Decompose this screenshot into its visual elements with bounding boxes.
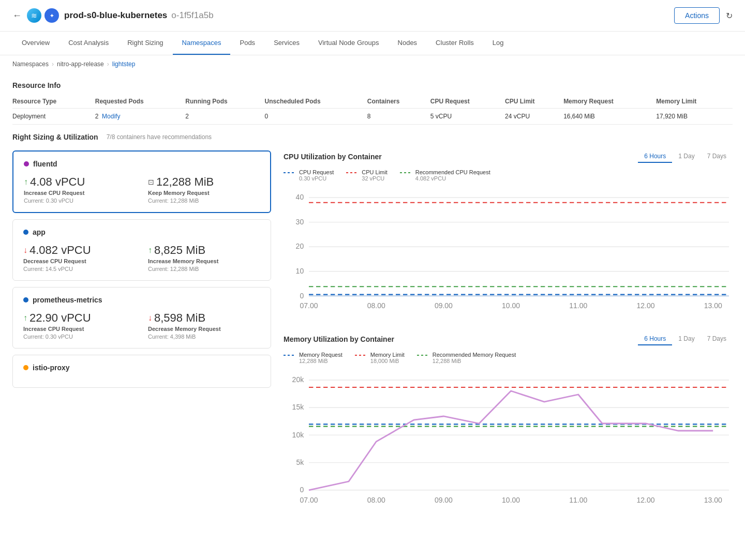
legend-cpu-request: CPU Request 0.30 vPCU (284, 169, 334, 181)
dot-istio (23, 365, 28, 370)
breadcrumb-nitro[interactable]: nitro-app-release (57, 60, 104, 68)
actions-button[interactable]: Actions (674, 7, 720, 24)
tab-namespaces[interactable]: Namespaces (173, 32, 231, 55)
legend-line-mem-rec (417, 355, 429, 356)
legend-cpu-limit: CPU Limit 32 vPCU (346, 169, 388, 181)
metric-mem-prometheus: ↓ 8,598 MiB Decrease Memory Request Curr… (148, 311, 260, 340)
cpu-tab-1d[interactable]: 1 Day (672, 150, 701, 163)
arrow-up-prometheus-cpu: ↑ (23, 313, 27, 323)
cpu-chart-header: CPU Utilization by Container 6 Hours 1 D… (284, 150, 733, 163)
svg-text:09.00: 09.00 (435, 301, 453, 310)
metric-cpu-fluentd: ↑ 4.08 vPCU Increase CPU Request Current… (24, 175, 136, 204)
svg-text:30: 30 (296, 218, 304, 226)
mem-chart-header: Memory Utilization by Container 6 Hours … (284, 333, 733, 345)
col-memory-limit: Memory Limit (656, 95, 733, 109)
svg-text:20: 20 (296, 242, 304, 250)
tab-cluster-rolls[interactable]: Cluster Rolls (426, 32, 483, 55)
mem-tab-1d[interactable]: 1 Day (672, 333, 701, 345)
legend-line-cpu-rec (400, 172, 412, 173)
breadcrumb-namespaces[interactable]: Namespaces (12, 60, 49, 68)
logo-icons: ≋ ✦ (27, 8, 59, 23)
tab-overview[interactable]: Overview (12, 32, 59, 55)
nav-tabs: Overview Cost Analysis Right Sizing Name… (0, 32, 745, 55)
col-cpu-limit: CPU Limit (505, 95, 563, 109)
legend-label-cpu-req: CPU Request (299, 169, 334, 175)
svg-text:0: 0 (300, 486, 304, 494)
tab-cost-analysis[interactable]: Cost Analysis (59, 32, 118, 55)
mem-chart-legend: Memory Request 12,288 MiB Memory Limit 1… (284, 352, 733, 364)
cpu-tab-7d[interactable]: 7 Days (701, 150, 733, 163)
cpu-tab-6h[interactable]: 6 Hours (638, 150, 672, 163)
mem-chart-svg: 20k 15k 10k 5k 0 (284, 369, 733, 514)
metric-mem-label-app: Increase Memory Request (148, 258, 260, 264)
legend-val-mem-req: 12,288 MiB (299, 358, 342, 364)
right-sizing-subtitle: 7/8 containers have recommendations (107, 133, 212, 141)
two-col-layout: fluentd ↑ 4.08 vPCU Increase CPU Request… (12, 150, 733, 530)
cpu-chart-area: 40 30 20 10 0 (284, 187, 733, 319)
container-card-istio[interactable]: istio-proxy (12, 355, 271, 388)
breadcrumb-lightstep[interactable]: lightstep (112, 60, 136, 68)
modify-link[interactable]: Modify (102, 113, 120, 120)
container-card-fluentd[interactable]: fluentd ↑ 4.08 vPCU Increase CPU Request… (12, 150, 271, 213)
container-card-prometheus[interactable]: prometheus-metrics ↑ 22.90 vPCU Increase… (12, 287, 271, 349)
svg-text:12.00: 12.00 (636, 496, 654, 504)
legend-label-mem-req: Memory Request (299, 352, 342, 358)
col-memory-request: Memory Request (563, 95, 656, 109)
container-name-app: app (33, 228, 46, 236)
legend-val-cpu-req: 0.30 vPCU (299, 175, 334, 181)
svg-text:08.00: 08.00 (367, 301, 385, 310)
back-button[interactable]: ← (12, 10, 22, 21)
metric-mem-value-fluentd: ⊡ 12,288 MiB (148, 175, 260, 189)
mem-tab-7d[interactable]: 7 Days (701, 333, 733, 345)
tab-nodes[interactable]: Nodes (389, 32, 427, 55)
svg-text:08.00: 08.00 (367, 496, 385, 504)
svg-text:40: 40 (296, 193, 304, 201)
metric-cpu-label-app: Decrease CPU Request (23, 258, 136, 264)
container-name-prometheus: prometheus-metrics (33, 296, 102, 304)
tab-virtual-node-groups[interactable]: Virtual Node Groups (309, 32, 389, 55)
cpu-chart-section: CPU Utilization by Container 6 Hours 1 D… (284, 150, 733, 319)
metric-cpu-app: ↓ 4.082 vPCU Decrease CPU Request Curren… (23, 244, 136, 272)
tab-pods[interactable]: Pods (230, 32, 264, 55)
logo-wave-icon: ≋ (27, 8, 41, 23)
svg-text:11.00: 11.00 (569, 496, 587, 504)
legend-line-cpu-lim (346, 172, 359, 173)
svg-text:10k: 10k (292, 431, 305, 439)
cell-containers: 8 (367, 109, 430, 125)
metrics-row-fluentd: ↑ 4.08 vPCU Increase CPU Request Current… (24, 175, 260, 204)
legend-line-mem-req (284, 355, 296, 356)
metric-cpu-current-prometheus: Current: 0.30 vPCU (23, 334, 136, 340)
tab-services[interactable]: Services (264, 32, 309, 55)
mem-time-tabs: 6 Hours 1 Day 7 Days (638, 333, 733, 345)
tab-log[interactable]: Log (483, 32, 513, 55)
container-card-app[interactable]: app ↓ 4.082 vPCU Decrease CPU Request Cu… (12, 219, 271, 281)
legend-line-mem-lim (355, 355, 367, 356)
breadcrumb: Namespaces › nitro-app-release › lightst… (0, 55, 745, 73)
mem-chart-title: Memory Utilization by Container (284, 335, 638, 343)
legend-mem-request: Memory Request 12,288 MiB (284, 352, 342, 364)
cell-type: Deployment (12, 109, 95, 125)
col-running-pods: Running Pods (185, 95, 264, 109)
svg-text:0: 0 (300, 292, 304, 300)
mem-tab-6h[interactable]: 6 Hours (638, 333, 672, 345)
metric-mem-fluentd: ⊡ 12,288 MiB Keep Memory Request Current… (148, 175, 260, 204)
refresh-button[interactable]: ↻ (726, 11, 733, 21)
svg-text:10.00: 10.00 (502, 496, 520, 504)
col-resource-type: Resource Type (12, 95, 95, 109)
metric-mem-label-fluentd: Keep Memory Request (148, 190, 260, 196)
metrics-row-app: ↓ 4.082 vPCU Decrease CPU Request Curren… (23, 244, 260, 272)
legend-val-cpu-lim: 32 vPCU (362, 175, 388, 181)
cell-cpu-req: 5 vCPU (430, 109, 505, 125)
metric-mem-current-app: Current: 12,288 MiB (148, 266, 260, 272)
metric-cpu-prometheus: ↑ 22.90 vPCU Increase CPU Request Curren… (23, 311, 136, 340)
cpu-chart-title: CPU Utilization by Container (284, 153, 638, 161)
metric-cpu-current-fluentd: Current: 0.30 vPCU (24, 198, 136, 204)
container-header-istio: istio-proxy (23, 364, 260, 372)
svg-text:11.00: 11.00 (569, 301, 587, 310)
svg-text:07.00: 07.00 (300, 496, 318, 504)
cell-cpu-lim: 24 vCPU (505, 109, 563, 125)
svg-text:09.00: 09.00 (435, 496, 453, 504)
cell-running-pods: 2 (185, 109, 264, 125)
tab-right-sizing[interactable]: Right Sizing (118, 32, 172, 55)
dot-prometheus (23, 297, 28, 302)
